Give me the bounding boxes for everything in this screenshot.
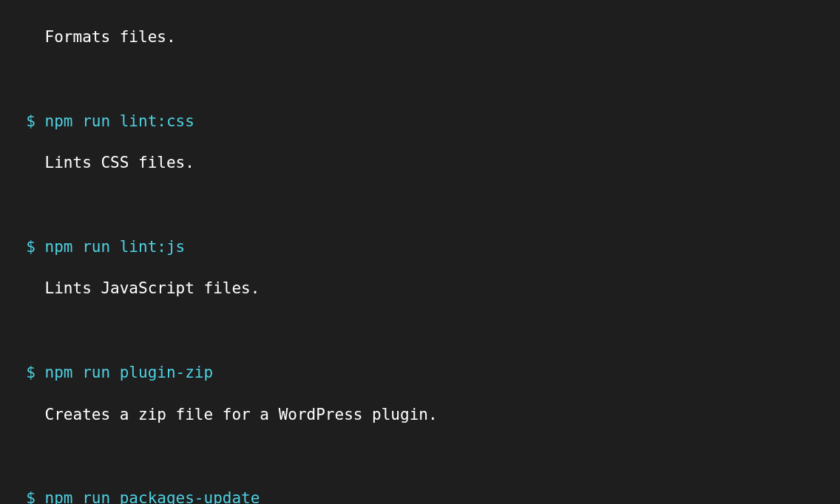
desc-plugin-zip: Creates a zip file for a WordPress plugi… xyxy=(45,406,438,423)
cmd-lint-js: $ npm run lint:js xyxy=(26,238,185,256)
cmd-packages-update: $ npm run packages-update xyxy=(26,489,260,504)
cmd-lint-css: $ npm run lint:css xyxy=(26,112,194,130)
desc-lint-js: Lints JavaScript files. xyxy=(45,279,260,297)
cmd-plugin-zip: $ npm run plugin-zip xyxy=(26,364,213,381)
desc-lint-css: Lints CSS files. xyxy=(45,154,194,171)
desc-formats: Formats files. xyxy=(45,28,176,46)
terminal-output: Formats files. $ npm run lint:css Lints … xyxy=(7,6,833,504)
